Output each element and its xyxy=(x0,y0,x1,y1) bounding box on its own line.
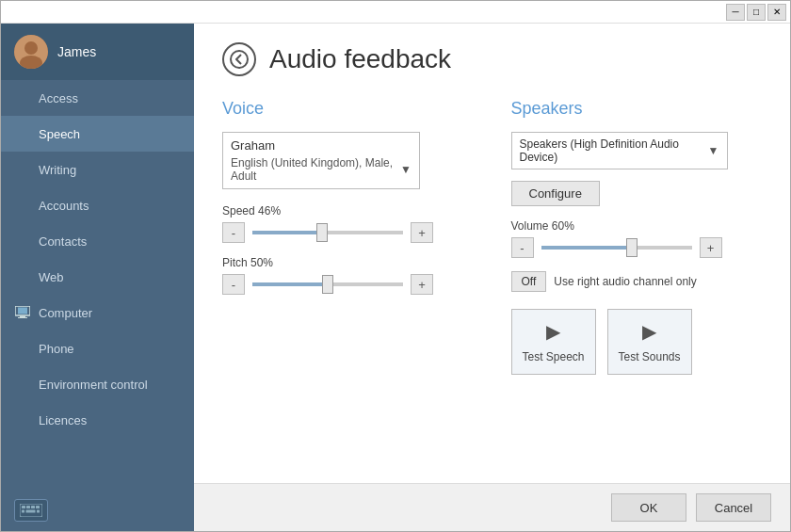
sidebar-item-writing[interactable]: Writing xyxy=(1,152,194,187)
speaker-dropdown-arrow: ▼ xyxy=(708,144,719,157)
pitch-decrease-button[interactable]: - xyxy=(222,274,245,295)
panels: Voice Graham English (United Kingdom), M… xyxy=(222,99,762,375)
pitch-increase-button[interactable]: + xyxy=(411,274,433,295)
svg-rect-12 xyxy=(22,510,24,513)
close-button[interactable]: ✕ xyxy=(767,4,786,21)
user-profile: James xyxy=(1,24,194,80)
play-speech-icon: ▶ xyxy=(546,320,560,343)
channel-label: Use right audio channel only xyxy=(554,275,696,288)
svg-rect-13 xyxy=(26,510,36,513)
play-sounds-icon: ▶ xyxy=(642,320,656,343)
speakers-panel: Speakers Speakers (High Definition Audio… xyxy=(511,99,763,375)
volume-decrease-button[interactable]: - xyxy=(511,237,534,258)
avatar xyxy=(14,35,48,69)
sidebar-item-label: Web xyxy=(39,270,64,284)
pitch-slider-thumb[interactable] xyxy=(322,275,333,294)
speed-slider-row: Speed 46% - + xyxy=(222,204,474,243)
contacts-icon xyxy=(14,233,31,250)
volume-slider-thumb[interactable] xyxy=(626,238,638,257)
sidebar-item-label: Licences xyxy=(39,413,87,427)
page-header: Audio feedback xyxy=(222,42,762,76)
volume-label: Volume 60% xyxy=(511,219,763,233)
ok-button[interactable]: OK xyxy=(611,493,686,522)
sidebar-item-label: Access xyxy=(39,91,78,105)
volume-control: - + xyxy=(511,237,763,258)
writing-icon xyxy=(14,161,31,178)
test-buttons: ▶ Test Speech ▶ Test Sounds xyxy=(511,309,763,375)
sidebar-item-environment[interactable]: Environment control xyxy=(1,366,194,402)
speed-slider-thumb[interactable] xyxy=(316,223,328,242)
voice-dropdown-arrow: ▼ xyxy=(400,163,412,176)
sidebar-item-label: Computer xyxy=(39,306,92,320)
pitch-slider-track[interactable] xyxy=(252,282,403,286)
svg-rect-10 xyxy=(31,506,35,508)
main-content: Audio feedback Voice Graham English (Uni… xyxy=(194,24,790,483)
accounts-icon xyxy=(14,197,31,214)
web-icon xyxy=(14,268,31,285)
computer-icon xyxy=(14,304,31,321)
footer: OK Cancel xyxy=(194,483,790,531)
sidebar: James Access Speech Writing Accounts Con… xyxy=(1,24,194,531)
voice-section-title: Voice xyxy=(222,99,474,119)
page-title: Audio feedback xyxy=(269,44,451,74)
sidebar-item-speech[interactable]: Speech xyxy=(1,116,194,152)
sidebar-item-label: Speech xyxy=(39,127,80,141)
speaker-dropdown[interactable]: Speakers (High Definition Audio Device) … xyxy=(511,132,728,169)
speed-label: Speed 46% xyxy=(222,204,474,218)
pitch-slider-row: Pitch 50% - + xyxy=(222,256,474,295)
title-bar: ─ □ ✕ xyxy=(1,1,790,24)
sidebar-item-access[interactable]: Access xyxy=(1,80,194,116)
sidebar-item-phone[interactable]: Phone xyxy=(1,330,194,366)
speed-increase-button[interactable]: + xyxy=(411,222,433,243)
sidebar-item-label: Environment control xyxy=(39,378,148,392)
volume-increase-button[interactable]: + xyxy=(700,237,722,258)
access-icon xyxy=(14,89,31,106)
speaker-device-label: Speakers (High Definition Audio Device) xyxy=(520,137,708,164)
minimize-button[interactable]: ─ xyxy=(726,4,745,21)
sidebar-item-label: Accounts xyxy=(39,199,89,213)
svg-rect-11 xyxy=(36,506,40,508)
sidebar-item-web[interactable]: Web xyxy=(1,259,194,295)
speed-control: - + xyxy=(222,222,474,243)
svg-rect-4 xyxy=(18,308,27,314)
pitch-label: Pitch 50% xyxy=(222,256,474,269)
voice-name: Graham xyxy=(231,138,412,153)
test-sounds-label: Test Sounds xyxy=(618,350,680,363)
svg-rect-5 xyxy=(20,316,25,318)
back-button[interactable] xyxy=(222,42,256,76)
sidebar-item-computer[interactable]: Computer xyxy=(1,295,194,330)
speech-icon xyxy=(14,125,31,142)
sidebar-item-label: Phone xyxy=(39,342,74,356)
channel-row: Off Use right audio channel only xyxy=(511,271,763,292)
volume-slider-track[interactable] xyxy=(541,246,692,250)
speed-slider-track[interactable] xyxy=(252,231,403,234)
username-label: James xyxy=(57,44,96,59)
environment-icon xyxy=(14,376,31,393)
test-speech-button[interactable]: ▶ Test Speech xyxy=(511,309,596,375)
voice-select-box: Graham English (United Kingdom), Male, A… xyxy=(222,132,420,189)
svg-rect-8 xyxy=(22,506,25,508)
licences-icon xyxy=(14,411,31,428)
sidebar-item-accounts[interactable]: Accounts xyxy=(1,187,194,223)
speed-decrease-button[interactable]: - xyxy=(222,222,245,243)
svg-rect-6 xyxy=(18,317,27,318)
volume-slider-row: Volume 60% - + xyxy=(511,219,763,258)
speakers-section-title: Speakers xyxy=(511,99,763,119)
voice-dropdown[interactable]: English (United Kingdom), Male, Adult ▼ xyxy=(231,156,412,183)
sidebar-item-label: Contacts xyxy=(39,234,87,249)
phone-icon xyxy=(14,340,31,357)
svg-point-15 xyxy=(231,51,248,68)
maximize-button[interactable]: □ xyxy=(747,4,766,21)
test-sounds-button[interactable]: ▶ Test Sounds xyxy=(607,309,692,375)
keyboard-button[interactable] xyxy=(14,499,48,522)
sidebar-bottom xyxy=(1,490,194,531)
pitch-control: - + xyxy=(222,274,474,295)
off-button[interactable]: Off xyxy=(511,271,547,292)
sidebar-item-contacts[interactable]: Contacts xyxy=(1,223,194,259)
test-speech-label: Test Speech xyxy=(522,350,584,363)
cancel-button[interactable]: Cancel xyxy=(696,493,771,522)
voice-details-text: English (United Kingdom), Male, Adult xyxy=(231,156,396,183)
configure-button[interactable]: Configure xyxy=(511,181,600,206)
svg-point-1 xyxy=(24,41,38,55)
sidebar-item-licences[interactable]: Licences xyxy=(1,402,194,438)
